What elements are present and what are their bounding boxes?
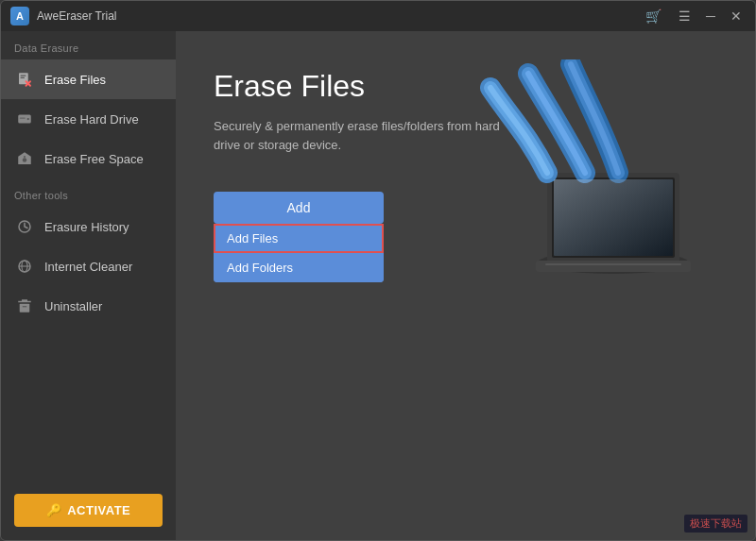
svg-point-6 [27, 118, 29, 120]
sidebar-item-erasure-history[interactable]: Erasure History [1, 207, 176, 246]
svg-rect-14 [20, 304, 30, 313]
svg-rect-21 [554, 179, 673, 256]
activate-button[interactable]: 🔑 ACTIVATE [14, 494, 163, 527]
svg-point-8 [23, 158, 27, 162]
cart-icon[interactable]: 🛒 [645, 8, 662, 24]
erase-hard-drive-icon [14, 109, 35, 129]
sidebar: Data Erasure Erase Files [1, 31, 176, 540]
add-folders-item[interactable]: Add Folders [214, 253, 384, 282]
add-button-container: Add Add Files Add Folders [214, 192, 384, 224]
sidebar-item-uninstaller[interactable]: Uninstaller [1, 286, 176, 326]
sidebar-item-erase-hard-drive[interactable]: Erase Hard Drive [1, 99, 176, 139]
internet-cleaner-icon [14, 256, 35, 277]
app-icon: A [10, 7, 29, 25]
erase-free-space-icon [14, 148, 35, 169]
window-controls: 🛒 ☰ ─ ✕ [645, 8, 746, 24]
sidebar-item-label: Erase Files [44, 73, 106, 87]
sidebar-item-label: Erase Free Space [44, 152, 144, 166]
sidebar-item-label: Erase Hard Drive [44, 112, 139, 127]
other-tools-section-label: Other tools [1, 178, 176, 207]
close-button[interactable]: ✕ [727, 9, 746, 23]
uninstaller-icon [14, 296, 35, 316]
svg-rect-1 [21, 76, 26, 76]
svg-rect-19 [536, 261, 691, 272]
key-icon: 🔑 [46, 503, 62, 517]
sidebar-item-erase-files[interactable]: Erase Files [1, 59, 176, 99]
svg-rect-2 [21, 77, 26, 78]
sidebar-item-internet-cleaner[interactable]: Internet Cleaner [1, 246, 176, 286]
add-button[interactable]: Add [214, 192, 384, 224]
app-body: Data Erasure Erase Files [1, 31, 755, 540]
app-title: AweEraser Trial [37, 9, 645, 23]
laptop-illustration [462, 59, 727, 305]
sidebar-item-erase-free-space[interactable]: Erase Free Space [1, 139, 176, 178]
svg-rect-9 [24, 156, 26, 158]
data-erasure-section-label: Data Erasure [1, 31, 176, 59]
sidebar-item-label: Erasure History [44, 220, 129, 234]
minimize-button[interactable]: ─ [702, 9, 719, 23]
add-dropdown-menu: Add Files Add Folders [214, 224, 384, 282]
sidebar-item-label: Internet Cleaner [44, 260, 132, 274]
svg-rect-7 [20, 118, 26, 119]
erase-files-icon [14, 69, 35, 90]
erasure-history-icon [14, 216, 35, 237]
main-content: Erase Files Securely & permanently erase… [176, 31, 755, 540]
sidebar-item-label: Uninstaller [44, 299, 102, 313]
svg-rect-22 [545, 263, 681, 265]
add-files-item[interactable]: Add Files [214, 224, 384, 253]
watermark: 极速下载站 [684, 515, 747, 533]
title-bar: A AweEraser Trial 🛒 ☰ ─ ✕ [1, 1, 755, 31]
app-window: A AweEraser Trial 🛒 ☰ ─ ✕ Data Erasure [0, 0, 756, 541]
menu-icon[interactable]: ☰ [675, 9, 695, 23]
